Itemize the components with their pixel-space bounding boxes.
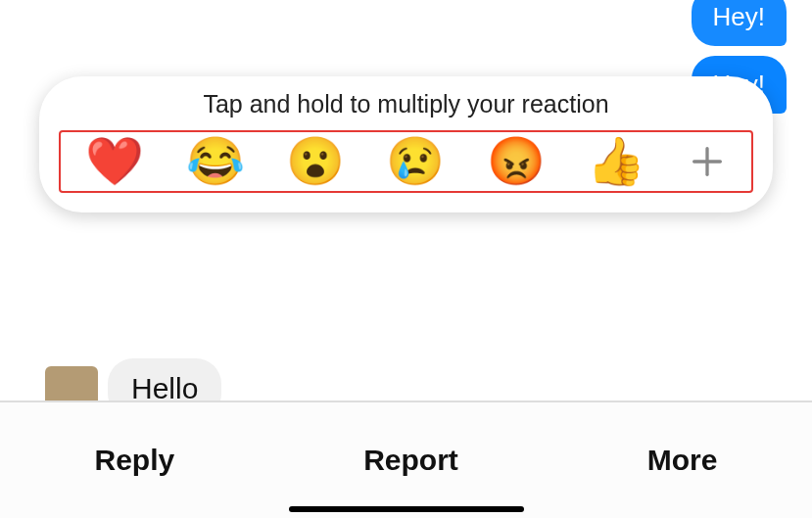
reaction-sad[interactable]: 😢	[386, 138, 445, 185]
home-indicator	[289, 506, 524, 512]
chat-area: Hey! Hey! Tap and hold to multiply your …	[0, 0, 812, 460]
reaction-row: ❤️ 😂 😮 😢 😡 👍	[59, 130, 753, 193]
plus-icon	[688, 142, 727, 181]
action-bar: Reply Report More	[0, 400, 812, 518]
add-reaction-button[interactable]	[688, 142, 727, 181]
more-button[interactable]: More	[647, 444, 718, 477]
sent-message-row: Hey!	[16, 0, 787, 46]
reaction-heart[interactable]: ❤️	[85, 138, 144, 185]
reaction-laugh[interactable]: 😂	[186, 138, 245, 185]
sent-message-bubble[interactable]: Hey!	[692, 0, 787, 46]
reaction-picker-title: Tap and hold to multiply your reaction	[59, 90, 753, 118]
reaction-wow[interactable]: 😮	[286, 138, 345, 185]
reaction-thumbsup[interactable]: 👍	[587, 138, 645, 185]
reply-button[interactable]: Reply	[94, 444, 174, 477]
report-button[interactable]: Report	[363, 444, 458, 477]
reaction-angry[interactable]: 😡	[487, 138, 546, 185]
reaction-picker: Tap and hold to multiply your reaction ❤…	[39, 76, 773, 212]
